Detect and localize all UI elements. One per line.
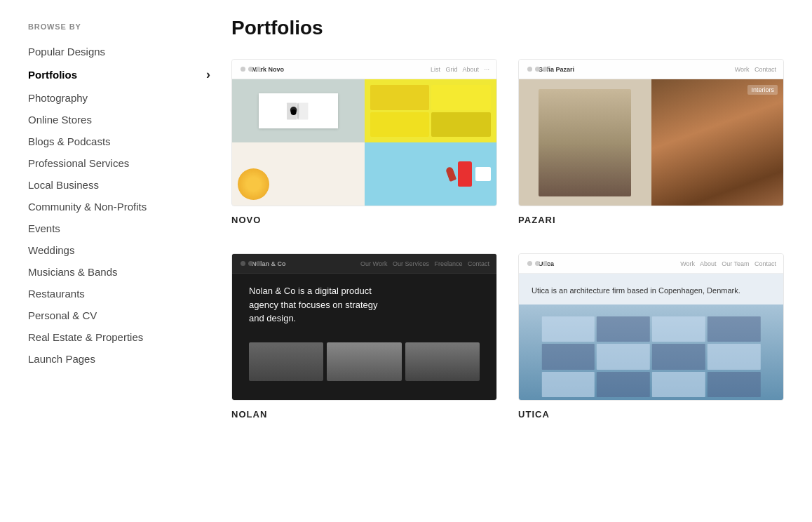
- dots-novo: [241, 67, 261, 72]
- template-thumbnail-nolan: Nolan & Co Our Work Our Services Freelan…: [231, 253, 497, 401]
- novo-can: [458, 161, 472, 187]
- nolan-person-2: [327, 342, 401, 381]
- browse-by-label: BROWSE BY: [28, 22, 210, 31]
- utica-win-2: [597, 316, 650, 342]
- dot-2: [248, 67, 253, 72]
- novo-top-right: [365, 79, 497, 142]
- utica-win-8: [708, 344, 761, 369]
- pazari-right: Interiors: [651, 79, 784, 206]
- pazari-overlay-text: Interiors: [747, 85, 778, 95]
- template-thumbnail-utica: Utica Work About Our Team Contact Utica …: [518, 253, 784, 401]
- sidebar-item-portfolios[interactable]: Portfolios: [28, 62, 210, 87]
- template-name-nolan: NOLAN: [231, 409, 497, 420]
- thumb-nav-pazari: Sofia Pazari Work Contact: [519, 60, 783, 79]
- nolan-people: [249, 342, 480, 381]
- sidebar-item-weddings[interactable]: Weddings: [28, 239, 210, 261]
- svg-rect-1: [298, 102, 308, 119]
- template-name-pazari: PAZARI: [518, 215, 784, 225]
- novo-content: [232, 79, 496, 206]
- template-thumbnail-pazari: Sofia Pazari Work Contact: [518, 59, 784, 206]
- template-card-novo[interactable]: Mark Novo List Grid About ···: [231, 59, 497, 225]
- nolan-nav-links: Our Work Our Services Freelance Contact: [360, 260, 489, 267]
- sidebar-item-restaurants[interactable]: Restaurants: [28, 283, 210, 304]
- sidebar-item-events[interactable]: Events: [28, 218, 210, 239]
- utica-win-12: [708, 372, 761, 397]
- sidebar-item-online-stores[interactable]: Online Stores: [28, 109, 210, 130]
- book-icon: [284, 99, 312, 123]
- dot-3: [256, 67, 261, 72]
- pazari-wood-img: [651, 79, 784, 206]
- novo-flower: [238, 168, 269, 200]
- template-name-utica: UTICA: [518, 409, 784, 420]
- dot-1: [527, 261, 532, 266]
- template-name-novo: NOVO: [231, 215, 497, 225]
- templates-grid: Mark Novo List Grid About ···: [231, 59, 784, 420]
- utica-win-3: [652, 316, 705, 342]
- novo-top-left: [232, 79, 365, 142]
- sidebar-item-real-estate[interactable]: Real Estate & Properties: [28, 326, 210, 348]
- nolan-tagline: Nolan & Co is a digital product agency t…: [249, 284, 389, 326]
- dot-1: [527, 67, 532, 72]
- utica-nav-links: Work About Our Team Contact: [680, 260, 776, 267]
- utica-win-7: [652, 344, 705, 369]
- sidebar-item-personal-cv[interactable]: Personal & CV: [28, 304, 210, 326]
- dots-pazari: [527, 67, 548, 72]
- utica-tagline-area: Utica is an architecture firm based in C…: [519, 274, 783, 304]
- svg-point-4: [291, 109, 297, 115]
- sidebar-item-community-nonprofits[interactable]: Community & Non-Profits: [28, 196, 210, 218]
- dot-3: [543, 261, 548, 266]
- utica-win-5: [541, 344, 595, 369]
- utica-facade: [539, 314, 763, 400]
- novo-thumb: [232, 79, 496, 206]
- novo-cell-3: [370, 112, 430, 138]
- sidebar-item-professional-services[interactable]: Professional Services: [28, 152, 210, 174]
- novo-cell-1: [370, 85, 430, 110]
- dot-3: [256, 261, 261, 266]
- sidebar-item-blogs-podcasts[interactable]: Blogs & Podcasts: [28, 130, 210, 152]
- utica-win-11: [652, 372, 705, 397]
- dot-2: [535, 261, 540, 266]
- novo-cell-4: [431, 112, 491, 138]
- dots-nolan: [241, 261, 261, 266]
- template-card-utica[interactable]: Utica Work About Our Team Contact Utica …: [518, 253, 784, 420]
- novo-bottom-right: [365, 142, 497, 206]
- pazari-left: [519, 79, 651, 206]
- nolan-content: Nolan & Co is a digital product agency t…: [232, 254, 496, 400]
- sidebar-item-musicians-bands[interactable]: Musicians & Bands: [28, 261, 210, 283]
- dot-3: [543, 67, 548, 72]
- utica-win-6: [597, 344, 650, 369]
- dot-2: [535, 67, 540, 72]
- utica-tagline: Utica is an architecture firm based in C…: [532, 286, 740, 295]
- utica-win-10: [597, 372, 650, 397]
- main-content: Portfolios Mark Novo List Grid About ···: [210, 17, 784, 505]
- sidebar-item-popular-designs[interactable]: Popular Designs: [28, 41, 210, 62]
- pazari-thumb: Interiors: [519, 79, 783, 206]
- novo-bottom-left: [232, 142, 365, 206]
- svg-point-2: [297, 102, 299, 119]
- sidebar-item-photography[interactable]: Photography: [28, 87, 210, 109]
- sidebar: BROWSE BY Popular DesignsPortfoliosPhoto…: [28, 17, 210, 505]
- novo-book: [259, 93, 338, 128]
- template-card-pazari[interactable]: Sofia Pazari Work Contact: [518, 59, 784, 225]
- pazari-person-img: [539, 89, 631, 196]
- novo-cup: [475, 167, 491, 181]
- novo-nav-links: List Grid About ···: [431, 66, 489, 73]
- novo-pepper: [445, 166, 456, 182]
- sidebar-item-local-business[interactable]: Local Business: [28, 174, 210, 196]
- novo-cell-2: [431, 85, 491, 110]
- sidebar-nav: Popular DesignsPortfoliosPhotographyOnli…: [28, 41, 210, 370]
- utica-content: Utica is an architecture firm based in C…: [519, 274, 783, 400]
- nolan-person-3: [405, 342, 480, 381]
- utica-building-img: [519, 304, 783, 400]
- dot-1: [241, 67, 245, 72]
- pazari-nav-links: Work Contact: [735, 66, 776, 73]
- thumb-nav-nolan: Nolan & Co Our Work Our Services Freelan…: [232, 254, 496, 274]
- dot-1: [241, 261, 245, 266]
- template-card-nolan[interactable]: Nolan & Co Our Work Our Services Freelan…: [231, 253, 497, 420]
- dots-utica: [527, 261, 548, 266]
- thumb-nav-utica: Utica Work About Our Team Contact: [519, 254, 783, 274]
- pazari-content: Interiors: [519, 79, 783, 206]
- sidebar-item-launch-pages[interactable]: Launch Pages: [28, 348, 210, 370]
- dot-2: [248, 261, 253, 266]
- template-thumbnail-novo: Mark Novo List Grid About ···: [231, 59, 497, 206]
